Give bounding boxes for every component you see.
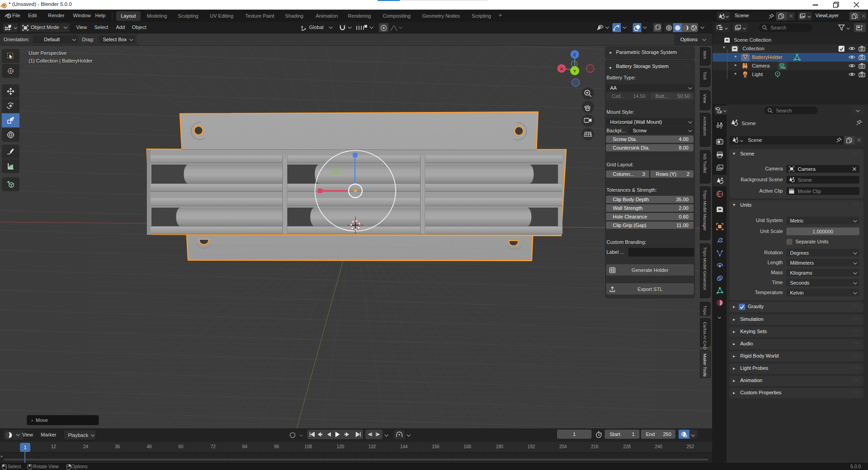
svg-text:Z: Z (573, 52, 576, 57)
svg-text:X: X (560, 66, 563, 71)
svg-text:Y: Y (573, 68, 577, 73)
